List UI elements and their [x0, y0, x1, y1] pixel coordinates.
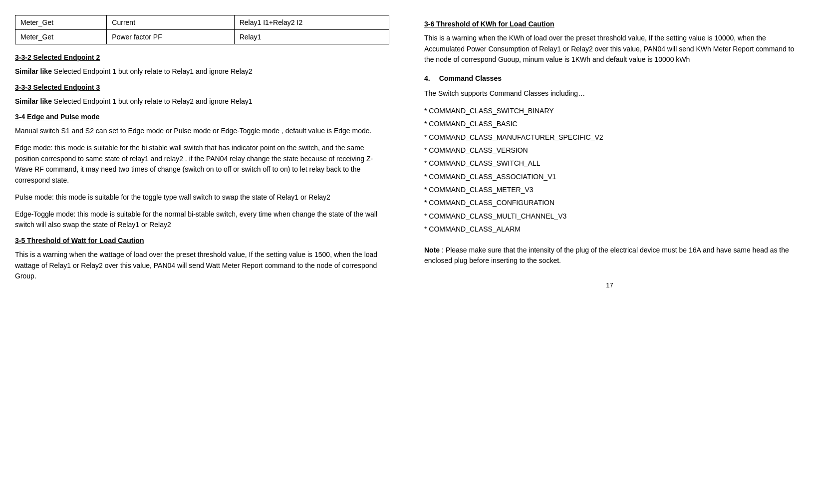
command-class-item: * COMMAND_CLASS_MANUFACTURER_SPECIFIC_V2 — [424, 132, 795, 143]
section-35-heading: 3-5 Threshold of Watt for Load Caution — [15, 237, 389, 245]
section-333-bold: Similar like — [15, 97, 52, 105]
section-332-body: Similar like Selected Endpoint 1 but onl… — [15, 66, 389, 77]
meter-table: Meter_GetCurrentRelay1 I1+Relay2 I2Meter… — [15, 15, 389, 44]
command-class-item: * COMMAND_CLASS_CONFIGURATION — [424, 197, 795, 208]
section-34-p2: Edge mode: this mode is suitable for the… — [15, 143, 389, 186]
command-class-item: * COMMAND_CLASS_ASSOCIATION_V1 — [424, 171, 795, 182]
table-row: Meter_GetCurrentRelay1 I1+Relay2 I2 — [15, 15, 389, 30]
table-cell: Relay1 — [234, 30, 389, 44]
page-number: 17 — [424, 281, 795, 289]
table-cell: Meter_Get — [15, 15, 107, 30]
section-332-heading: 3-3-2 Selected Endpoint 2 — [15, 53, 389, 61]
right-column: 3-6 Threshold of KWh for Load Caution Th… — [409, 10, 815, 494]
table-cell: Current — [107, 15, 234, 30]
command-class-item: * COMMAND_CLASS_SWITCH_ALL — [424, 158, 795, 169]
section-332-bold: Similar like — [15, 67, 52, 75]
section-35-body: This is a warning when the wattage of lo… — [15, 250, 389, 282]
command-class-item: * COMMAND_CLASS_BASIC — [424, 118, 795, 129]
command-class-item: * COMMAND_CLASS_VERSION — [424, 145, 795, 156]
command-class-item: * COMMAND_CLASS_METER_V3 — [424, 184, 795, 195]
section-332-body-text: Selected Endpoint 1 but only relate to R… — [54, 67, 253, 75]
table-row: Meter_GetPower factor PFRelay1 — [15, 30, 389, 44]
section-4-number: 4. — [424, 74, 430, 82]
section-34-p1: Manual switch S1 and S2 can set to Edge … — [15, 126, 389, 137]
section-34-p3: Pulse mode: this mode is suitable for th… — [15, 192, 389, 203]
left-column: Meter_GetCurrentRelay1 I1+Relay2 I2Meter… — [0, 10, 409, 494]
section-36-heading: 3-6 Threshold of KWh for Load Caution — [424, 20, 795, 28]
section-4-header: 4. Command Classes — [424, 74, 795, 82]
note-body: : Please make sure that the intensity of… — [424, 246, 789, 265]
section-333-body-text: Selected Endpoint 1 but only relate to R… — [54, 97, 253, 105]
section-4-intro: The Switch supports Command Classes incl… — [424, 88, 795, 99]
section-34-heading: 3-4 Edge and Pulse mode — [15, 113, 389, 121]
command-class-item: * COMMAND_CLASS_SWITCH_BINARY — [424, 105, 795, 116]
section-4-label: Command Classes — [439, 74, 502, 82]
command-class-item: * COMMAND_CLASS_MULTI_CHANNEL_V3 — [424, 211, 795, 222]
note-bold: Note — [424, 246, 440, 254]
command-class-list: * COMMAND_CLASS_SWITCH_BINARY* COMMAND_C… — [424, 105, 795, 235]
section-36-body: This is a warning when the KWh of load o… — [424, 33, 795, 65]
section-34-p4: Edge-Toggle mode: this mode is suitable … — [15, 209, 389, 231]
table-cell: Relay1 I1+Relay2 I2 — [234, 15, 389, 30]
note-paragraph: Note : Please make sure that the intensi… — [424, 245, 795, 266]
section-333-heading: 3-3-3 Selected Endpoint 3 — [15, 83, 389, 91]
table-cell: Power factor PF — [107, 30, 234, 44]
section-333-body: Similar like Selected Endpoint 1 but onl… — [15, 96, 389, 107]
command-class-item: * COMMAND_CLASS_ALARM — [424, 224, 795, 235]
table-cell: Meter_Get — [15, 30, 107, 44]
